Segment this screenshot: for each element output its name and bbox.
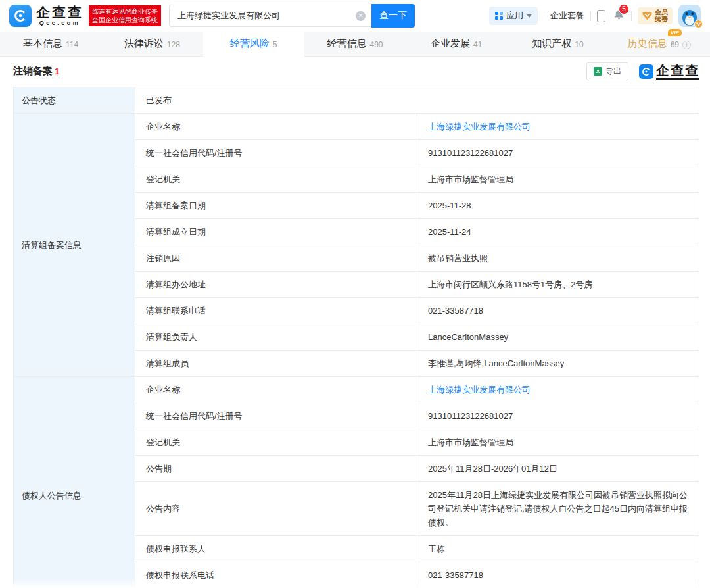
enterprise-package-link[interactable]: 企业套餐 — [550, 10, 584, 22]
slogan-line1: 缔造有远见的商业传奇 — [92, 7, 158, 16]
row-value: 021-33587718 — [417, 562, 699, 588]
vip-badge: VIP — [668, 29, 682, 36]
search-button[interactable]: 查一下 — [371, 4, 415, 28]
vip-renew-button[interactable]: 会员 续费 — [638, 7, 673, 24]
tab-operating-info[interactable]: 经营信息 490 — [304, 32, 406, 56]
row-value: 被吊销营业执照 — [417, 245, 699, 272]
tab-count: 5 — [273, 38, 277, 49]
table-row: 公告状态 已发布 — [14, 87, 699, 114]
row-value: 2025-11-28 — [417, 193, 699, 219]
section-count: 1 — [55, 66, 59, 76]
row-key: 登记机关 — [135, 429, 417, 456]
row-value: 上海市市场监督管理局 — [417, 166, 699, 193]
export-label: 导出 — [605, 66, 621, 77]
excel-icon — [594, 67, 602, 76]
brand-text[interactable]: 企查查 Qcc.com — [36, 5, 83, 26]
avatar-vip-badge — [694, 20, 703, 28]
row-key: 统一社会信用代码/注册号 — [135, 140, 417, 166]
row-key: 登记机关 — [135, 166, 417, 193]
mobile-app-icon[interactable] — [597, 10, 605, 22]
row-value: 913101123122681027 — [417, 140, 699, 166]
group-label-creditor-announcement: 债权人公告信息 — [14, 377, 135, 588]
divider — [631, 11, 632, 21]
row-key: 企业名称 — [135, 114, 417, 140]
row-key: 公告期 — [135, 456, 417, 482]
row-key: 清算组成立日期 — [135, 219, 417, 245]
qcc-logo-icon[interactable] — [9, 5, 32, 27]
row-key: 公告内容 — [135, 482, 417, 536]
row-key: 清算组联系电话 — [135, 298, 417, 324]
company-link[interactable]: 上海绿捷实业发展有限公司 — [428, 385, 531, 395]
row-key: 清算组负责人 — [135, 324, 417, 351]
tab-count: 69 — [671, 38, 679, 49]
top-header: 企查查 Qcc.com 缔造有远见的商业传奇 全国企业信用查询系统 查一下 应用… — [0, 0, 710, 32]
section-toolbar: 注销备案 1 导出 企查查 — [0, 57, 710, 86]
tab-operating-risk[interactable]: 经营风险 5 — [203, 32, 304, 57]
tab-count: 490 — [369, 38, 383, 49]
apps-button[interactable]: 应用 — [489, 7, 538, 25]
search-input[interactable] — [169, 5, 371, 27]
tab-enterprise-development[interactable]: 企业发展 41 — [406, 32, 507, 56]
row-value: 913101123122681027 — [417, 403, 699, 429]
row-key: 清算组办公地址 — [135, 272, 417, 298]
company-link[interactable]: 上海绿捷实业发展有限公司 — [428, 122, 531, 132]
chevron-down-icon — [527, 14, 532, 18]
qcc-watermark-icon — [639, 64, 653, 79]
row-value: 2025年11月28日上海绿捷实业发展有限公司因被吊销营业执照拟向公司登记机关申… — [417, 482, 699, 536]
tab-intellectual-property[interactable]: 知识产权 10 — [507, 32, 608, 56]
tab-history-info[interactable]: VIP 历史信息 69 — [609, 32, 710, 56]
export-button[interactable]: 导出 — [586, 62, 628, 80]
slogan-line2: 全国企业信用查询系统 — [92, 16, 158, 24]
row-key: 债权申报联系电话 — [135, 562, 417, 588]
row-value: 王栋 — [417, 536, 699, 562]
brand-slogan: 缔造有远见的商业传奇 全国企业信用查询系统 — [89, 5, 161, 26]
divider — [544, 11, 544, 21]
company-tabs: 基本信息 114 法律诉讼 128 经营风险 5 经营信息 490 企业发展 4… — [0, 32, 710, 57]
table-row: 清算组备案信息 企业名称 上海绿捷实业发展有限公司 — [14, 114, 699, 140]
divider — [590, 11, 591, 21]
tab-count: 128 — [167, 38, 180, 49]
group-label-announcement-status: 公告状态 — [14, 87, 135, 114]
row-value: LanceCarltonMassey — [417, 324, 699, 351]
row-key: 清算组备案日期 — [135, 193, 417, 219]
row-value: 已发布 — [135, 87, 699, 114]
info-icon[interactable] — [682, 41, 691, 49]
tab-basic-info[interactable]: 基本信息 114 — [0, 32, 101, 56]
page-title: 注销备案 — [13, 65, 53, 78]
row-key: 债权申报联系人 — [135, 536, 417, 562]
qcc-watermark-logo: 企查查 — [639, 63, 699, 80]
vip-renew-label: 会员 续费 — [655, 9, 668, 23]
tab-legal-litigation[interactable]: 法律诉讼 128 — [101, 32, 202, 56]
row-value: 上海绿捷实业发展有限公司 — [417, 114, 699, 140]
brand-name: 企查查 — [36, 5, 83, 20]
apps-grid-icon — [495, 12, 503, 20]
row-value: 2025-11-24 — [417, 219, 699, 245]
row-value: 上海绿捷实业发展有限公司 — [417, 377, 699, 403]
row-key: 企业名称 — [135, 377, 417, 403]
group-label-liquidation-filing: 清算组备案信息 — [14, 114, 135, 377]
tab-count: 41 — [473, 38, 482, 49]
tab-count: 114 — [66, 38, 78, 49]
row-value: 上海市闵行区颛兴东路1158号1号房、2号房 — [417, 272, 699, 298]
row-key: 统一社会信用代码/注册号 — [135, 403, 417, 429]
row-value: 李惟谨,葛均锋,LanceCarltonMassey — [417, 351, 699, 377]
vip-crown-icon — [642, 12, 652, 20]
row-value: 2025年11月28日-2026年01月12日 — [417, 456, 699, 482]
brand-domain: Qcc.com — [39, 20, 81, 26]
clear-icon[interactable] — [356, 11, 366, 21]
notifications-bell[interactable]: 5 — [613, 9, 625, 24]
table-row: 债权人公告信息 企业名称 上海绿捷实业发展有限公司 — [14, 377, 699, 403]
row-value: 上海市市场监督管理局 — [417, 429, 699, 456]
header-actions: 应用 企业套餐 5 会员 续费 — [489, 5, 701, 27]
qcc-watermark-text: 企查查 — [656, 63, 699, 80]
search-bar: 查一下 — [169, 4, 415, 28]
row-key: 注销原因 — [135, 245, 417, 272]
row-key: 清算组成员 — [135, 351, 417, 377]
user-avatar[interactable] — [678, 5, 701, 27]
tab-count: 10 — [575, 38, 583, 49]
row-value: 021-33587718 — [417, 298, 699, 324]
deregistration-record-table: 公告状态 已发布 清算组备案信息 企业名称 上海绿捷实业发展有限公司 统一社会信… — [13, 87, 699, 588]
apps-button-label: 应用 — [506, 10, 523, 22]
notification-badge: 5 — [619, 4, 629, 14]
